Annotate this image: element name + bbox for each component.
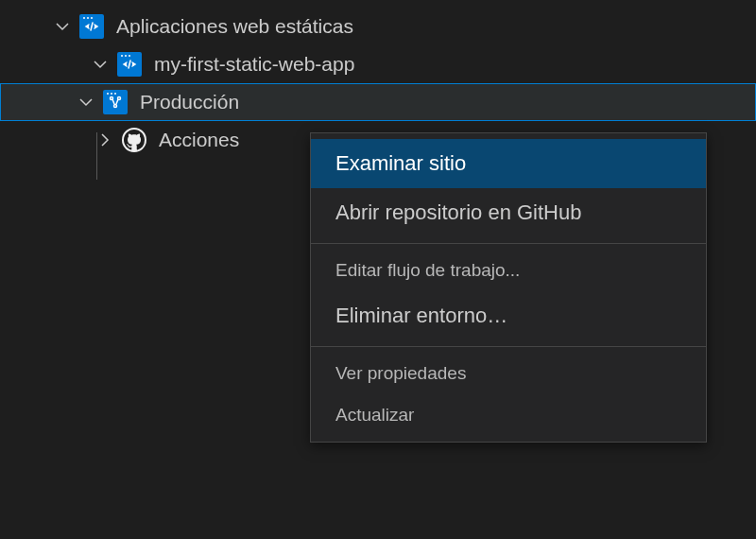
tree-item-label: my-first-static-web-app xyxy=(154,53,756,76)
chevron-down-icon xyxy=(52,16,73,37)
github-icon xyxy=(121,127,147,153)
menu-item-label: Ver propiedades xyxy=(335,363,466,384)
menu-item-label: Examinar sitio xyxy=(335,151,466,176)
menu-separator xyxy=(311,243,706,244)
environment-icon xyxy=(102,89,129,115)
menu-item-label: Abrir repositorio en GitHub xyxy=(335,200,581,225)
static-web-app-icon xyxy=(116,51,143,78)
menu-item-label: Editar flujo de trabajo... xyxy=(335,260,520,281)
tree-item-environment[interactable]: Producción xyxy=(0,83,756,121)
menu-item-browse-site[interactable]: Examinar sitio xyxy=(311,139,706,188)
chevron-down-icon xyxy=(90,54,111,75)
chevron-down-icon xyxy=(76,92,96,113)
menu-item-view-properties[interactable]: Ver propiedades xyxy=(311,353,706,394)
context-menu: Examinar sitio Abrir repositorio en GitH… xyxy=(310,132,707,443)
menu-item-label: Actualizar xyxy=(335,405,414,426)
menu-separator xyxy=(311,346,706,347)
tree-item-label: Aplicaciones web estáticas xyxy=(116,15,756,38)
tree-item-label: Producción xyxy=(140,91,756,113)
menu-item-refresh[interactable]: Actualizar xyxy=(311,394,706,436)
menu-item-open-repo[interactable]: Abrir repositorio en GitHub xyxy=(311,188,706,237)
tree-item-app[interactable]: my-first-static-web-app xyxy=(0,45,756,83)
tree-indent-guide xyxy=(96,132,97,180)
menu-item-label: Eliminar entorno… xyxy=(335,304,507,328)
chevron-right-icon xyxy=(94,130,115,150)
menu-item-delete-environment[interactable]: Eliminar entorno… xyxy=(311,291,706,340)
svg-point-2 xyxy=(114,105,117,108)
menu-item-edit-workflow[interactable]: Editar flujo de trabajo... xyxy=(311,250,706,291)
static-web-app-icon xyxy=(78,13,105,40)
tree-item-static-web-apps[interactable]: Aplicaciones web estáticas xyxy=(0,8,756,45)
